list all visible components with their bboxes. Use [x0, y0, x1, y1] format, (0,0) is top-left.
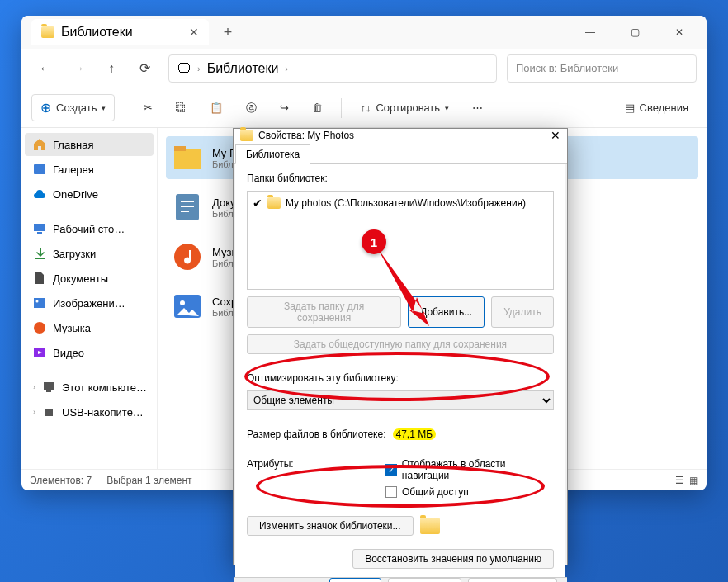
close-button[interactable]: ✕: [667, 20, 692, 45]
tab-close-button[interactable]: ✕: [189, 26, 199, 39]
sidebar-item-gallery[interactable]: Галерея: [25, 158, 154, 181]
details-label: Сведения: [640, 102, 688, 114]
sidebar-item-images[interactable]: Изображени…: [25, 291, 154, 315]
chevron-right-icon: ›: [197, 64, 201, 73]
active-tab[interactable]: Библиотеки ✕: [31, 19, 209, 45]
create-label: Создать: [56, 102, 97, 114]
refresh-button[interactable]: ⟳: [130, 54, 158, 83]
details-button[interactable]: ▤ Сведения: [617, 97, 697, 119]
sidebar-item-music[interactable]: Музыка: [25, 316, 154, 339]
dialog-footer: OK Отмена Применить: [234, 577, 567, 582]
sidebar-item-this-pc[interactable]: ›Этот компьюте…: [25, 376, 154, 399]
minimize-button[interactable]: —: [578, 20, 603, 45]
trash-icon: 🗑: [312, 102, 323, 114]
svg-rect-11: [174, 149, 201, 169]
svg-rect-10: [45, 409, 53, 416]
size-label: Размер файлов в библиотеке:: [247, 428, 386, 440]
folder-list-item[interactable]: ✔ My photos (C:\Пользователи\Windows\Изо…: [251, 195, 550, 211]
chevron-right-icon: ›: [33, 408, 35, 416]
sidebar: Главная Галерея OneDrive Рабочий сто… За…: [21, 128, 158, 469]
svg-rect-4: [34, 298, 45, 308]
folder-path: My photos (C:\Пользователи\Windows\Изобр…: [286, 197, 526, 209]
sidebar-item-desktop[interactable]: Рабочий сто…: [25, 217, 154, 240]
toolbar: ⊕ Создать ▾ ✂ ⿻ 📋 ⓐ ↪ 🗑 ↑↓ Сортировать ▾…: [21, 88, 707, 128]
sort-button[interactable]: ↑↓ Сортировать ▾: [352, 97, 457, 119]
rename-icon: ⓐ: [246, 101, 257, 116]
new-tab-button[interactable]: +: [224, 24, 233, 41]
shared-checkbox[interactable]: Общий доступ: [385, 486, 554, 498]
change-icon-button[interactable]: Изменить значок библиотеки...: [247, 516, 414, 536]
paste-button[interactable]: 📋: [201, 97, 231, 119]
svg-rect-3: [35, 258, 45, 259]
delete-button[interactable]: 🗑: [304, 97, 331, 119]
sidebar-item-onedrive[interactable]: OneDrive: [25, 182, 154, 206]
sidebar-item-documents[interactable]: Документы: [25, 267, 154, 290]
svg-rect-2: [37, 232, 42, 234]
window-controls: — ▢ ✕: [578, 20, 700, 45]
dialog-tabs: Библиотека: [234, 142, 567, 164]
folder-icon: [267, 197, 281, 209]
properties-dialog: Свойства: My Photos ✕ Библиотека Папки б…: [233, 128, 568, 565]
up-button[interactable]: ↑: [97, 54, 125, 83]
rename-button[interactable]: ⓐ: [238, 96, 265, 121]
remove-folder-button[interactable]: Удалить: [491, 296, 554, 328]
ok-button[interactable]: OK: [329, 578, 381, 582]
chevron-down-icon: ▾: [102, 104, 106, 112]
tab-library[interactable]: Библиотека: [235, 144, 310, 164]
sidebar-item-usb[interactable]: ›USB-накопите…: [25, 400, 154, 423]
back-button[interactable]: ←: [31, 54, 59, 83]
maximize-button[interactable]: ▢: [622, 20, 647, 45]
check-icon: ✔: [253, 196, 262, 210]
cancel-button[interactable]: Отмена: [388, 578, 461, 582]
scissors-icon: ✂: [144, 102, 153, 114]
sidebar-item-video[interactable]: Видео: [25, 341, 154, 364]
view-details-button[interactable]: ☰: [675, 475, 684, 486]
sort-icon: ↑↓: [360, 102, 371, 114]
copy-icon: ⿻: [176, 102, 187, 114]
clipboard-icon: 📋: [210, 102, 223, 114]
set-public-folder-button[interactable]: Задать общедоступную папку для сохранени…: [247, 334, 554, 354]
selection-info: Выбран 1 элемент: [106, 475, 191, 486]
folder-icon: [240, 130, 253, 141]
create-button[interactable]: ⊕ Создать ▾: [31, 94, 115, 121]
apply-button[interactable]: Применить: [468, 578, 557, 582]
cut-button[interactable]: ✂: [135, 97, 161, 119]
svg-rect-12: [174, 146, 186, 151]
svg-rect-14: [181, 201, 194, 202]
dialog-titlebar: Свойства: My Photos ✕: [234, 129, 567, 142]
sidebar-item-home[interactable]: Главная: [25, 133, 154, 156]
share-button[interactable]: ↪: [272, 97, 297, 119]
svg-rect-1: [34, 224, 45, 231]
sort-label: Сортировать: [376, 102, 440, 114]
svg-rect-9: [46, 390, 51, 392]
more-button[interactable]: ⋯: [464, 97, 491, 119]
optimize-label: Оптимизировать эту библиотеку:: [247, 372, 554, 384]
plus-icon: ⊕: [40, 100, 51, 116]
optimize-select[interactable]: Общие элементы: [247, 390, 554, 410]
library-icon-preview: [420, 518, 440, 534]
chevron-down-icon: ▾: [445, 104, 449, 112]
svg-point-6: [34, 322, 45, 334]
dialog-title: Свойства: My Photos: [258, 130, 354, 141]
svg-rect-8: [44, 382, 54, 390]
annotation-marker-1: 1: [362, 229, 386, 254]
search-input[interactable]: Поиск в: Библиотеки: [507, 54, 697, 83]
annotation-arrow: [367, 248, 433, 330]
restore-defaults-button[interactable]: Восстановить значения по умолчанию: [352, 549, 554, 569]
sidebar-item-downloads[interactable]: Загрузки: [25, 242, 154, 265]
view-icons-button[interactable]: ▦: [689, 475, 698, 486]
navbar: ← → ↑ ⟳ 🖵 › Библиотеки › Поиск в: Библио…: [21, 49, 707, 88]
folder-icon: [41, 26, 54, 38]
dialog-close-button[interactable]: ✕: [551, 129, 560, 142]
titlebar: Библиотеки ✕ + — ▢ ✕: [21, 16, 707, 49]
dialog-body: Папки библиотек: ✔ My photos (C:\Пользов…: [235, 164, 565, 577]
breadcrumb-item[interactable]: Библиотеки: [207, 61, 279, 76]
svg-point-5: [36, 300, 39, 303]
breadcrumb[interactable]: 🖵 › Библиотеки ›: [168, 54, 497, 83]
chevron-right-icon: ›: [285, 64, 288, 73]
svg-point-19: [180, 300, 185, 305]
forward-button[interactable]: →: [64, 54, 92, 83]
checkbox-icon: [385, 486, 397, 498]
show-in-nav-checkbox[interactable]: ✓Отображать в области навигации: [385, 458, 554, 481]
copy-button[interactable]: ⿻: [168, 97, 195, 119]
